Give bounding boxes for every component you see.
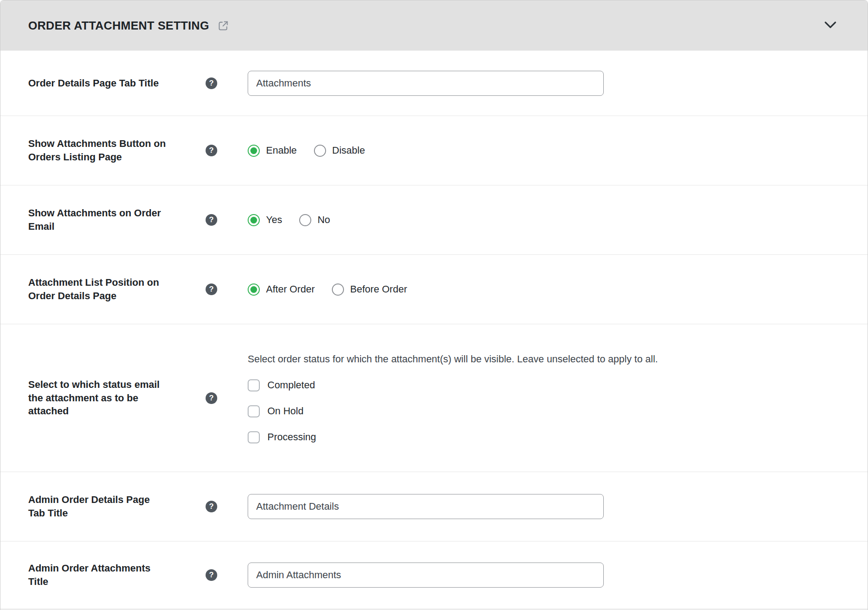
radio-unselected-icon <box>314 145 326 157</box>
external-link-icon[interactable] <box>217 20 229 32</box>
checkbox-processing[interactable]: Processing <box>248 431 316 443</box>
help-column: ? <box>176 501 248 512</box>
help-column: ? <box>176 214 248 226</box>
admin-tab-title-input[interactable] <box>248 494 604 519</box>
help-column: ? <box>176 284 248 295</box>
help-icon[interactable]: ? <box>206 77 217 89</box>
radio-group-show-attachments-button: Enable Disable <box>248 145 840 157</box>
radio-unselected-icon <box>332 284 344 296</box>
admin-attachments-title-input[interactable] <box>248 563 604 588</box>
setting-label: Attachment List Position on Order Detail… <box>28 276 176 302</box>
radio-label: No <box>318 214 330 226</box>
help-column: ? <box>176 569 248 581</box>
checkbox-label: On Hold <box>267 405 304 417</box>
checkbox-completed[interactable]: Completed <box>248 379 316 391</box>
radio-no[interactable]: No <box>299 214 330 226</box>
chevron-down-icon <box>825 21 836 30</box>
help-column: ? <box>176 145 248 156</box>
help-column: ? <box>176 77 248 89</box>
setting-row-show-attachments-button: Show Attachments Button on Orders Listin… <box>0 116 868 185</box>
radio-label: Before Order <box>350 284 407 295</box>
radio-selected-icon <box>248 145 260 157</box>
setting-row-admin-tab-title: Admin Order Details Page Tab Title ? <box>0 472 868 541</box>
help-icon[interactable]: ? <box>206 501 217 512</box>
radio-label: Disable <box>332 145 365 156</box>
radio-enable[interactable]: Enable <box>248 145 297 157</box>
radio-label: Enable <box>266 145 297 156</box>
setting-label: Select to which status email the attachm… <box>28 378 176 418</box>
radio-selected-icon <box>248 284 260 296</box>
setting-label: Admin Order Details Page Tab Title <box>28 493 176 520</box>
radio-yes[interactable]: Yes <box>248 214 282 226</box>
radio-label: Yes <box>266 214 282 226</box>
help-icon[interactable]: ? <box>206 392 217 404</box>
checkbox-icon <box>248 379 260 391</box>
checkbox-on-hold[interactable]: On Hold <box>248 405 316 417</box>
help-icon[interactable]: ? <box>206 284 217 295</box>
order-tab-title-input[interactable] <box>248 71 604 96</box>
setting-row-admin-attachments-title: Admin Order Attachments Title ? <box>0 541 868 609</box>
help-icon[interactable]: ? <box>206 569 217 581</box>
help-column: ? <box>176 392 248 404</box>
radio-after-order[interactable]: After Order <box>248 284 315 296</box>
setting-row-order-tab-title: Order Details Page Tab Title ? <box>0 51 868 116</box>
radio-disable[interactable]: Disable <box>314 145 365 157</box>
setting-label: Show Attachments Button on Orders Listin… <box>28 137 176 163</box>
checkbox-list: Completed On Hold Processing <box>248 379 316 443</box>
panel-title: ORDER ATTACHMENT SETTING <box>28 19 209 33</box>
collapse-button[interactable] <box>821 18 840 33</box>
setting-row-status-email: Select to which status email the attachm… <box>0 324 868 472</box>
setting-row-attachment-list-position: Attachment List Position on Order Detail… <box>0 255 868 324</box>
setting-row-show-attachments-email: Show Attachments on Order Email ? Yes No <box>0 185 868 255</box>
checkbox-icon <box>248 431 260 443</box>
order-attachment-settings-panel: ORDER ATTACHMENT SETTING Order Details P… <box>0 0 868 610</box>
radio-before-order[interactable]: Before Order <box>332 284 407 296</box>
checkbox-label: Processing <box>267 431 316 443</box>
checkbox-label: Completed <box>267 379 315 391</box>
radio-unselected-icon <box>299 214 311 226</box>
setting-control <box>248 563 840 588</box>
setting-label: Order Details Page Tab Title <box>28 77 176 90</box>
radio-label: After Order <box>266 284 315 295</box>
setting-label: Show Attachments on Order Email <box>28 206 176 233</box>
help-icon[interactable]: ? <box>206 145 217 156</box>
setting-label: Admin Order Attachments Title <box>28 562 176 588</box>
checkbox-group-order-status: Select order status for which the attach… <box>248 352 840 443</box>
setting-control <box>248 494 840 519</box>
setting-control <box>248 71 840 96</box>
radio-group-show-attachments-email: Yes No <box>248 214 840 226</box>
radio-selected-icon <box>248 214 260 226</box>
radio-group-attachment-list-position: After Order Before Order <box>248 284 840 296</box>
status-description: Select order status for which the attach… <box>248 352 658 366</box>
panel-header: ORDER ATTACHMENT SETTING <box>0 0 868 51</box>
checkbox-icon <box>248 405 260 417</box>
help-icon[interactable]: ? <box>206 214 217 226</box>
